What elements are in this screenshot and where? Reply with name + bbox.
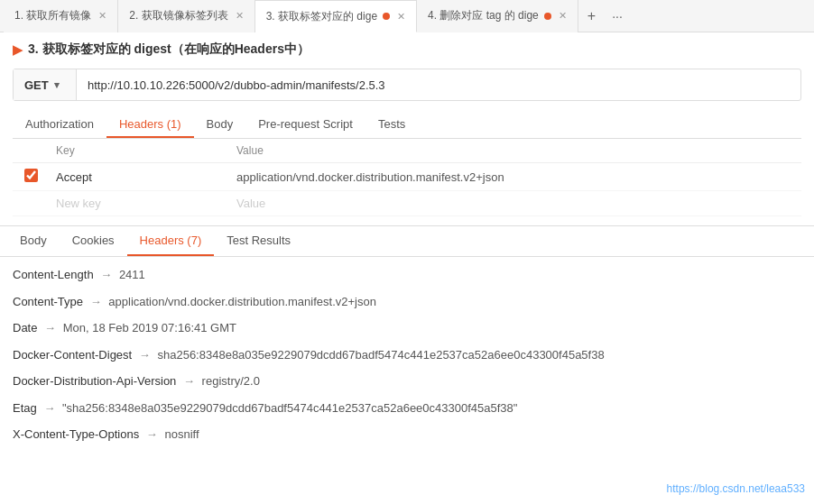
tab-2[interactable]: 2. 获取镜像标签列表 ✕	[118, 0, 254, 32]
new-value-cell[interactable]: Value	[229, 191, 801, 216]
tab-1-label: 1. 获取所有镜像	[14, 8, 91, 23]
tab-3[interactable]: 3. 获取标签对应的 dige ✕	[255, 0, 417, 32]
method-label: GET	[24, 78, 49, 92]
resp-header-date: Date → Mon, 18 Feb 2019 07:16:41 GMT	[13, 319, 801, 337]
more-tabs-button[interactable]: ···	[605, 9, 630, 23]
top-tab-bar: 1. 获取所有镜像 ✕ 2. 获取镜像标签列表 ✕ 3. 获取标签对应的 dig…	[0, 0, 814, 32]
section-arrow: ▶	[13, 42, 23, 57]
new-header-row: New key Value	[13, 191, 801, 216]
resp-tab-body[interactable]: Body	[7, 226, 60, 256]
resp-header-docker-content-digest: Docker-Content-Digest → sha256:8348e8a03…	[13, 346, 801, 364]
row-checkbox[interactable]	[24, 169, 38, 182]
col-value-header: Value	[229, 139, 801, 163]
tab-body[interactable]: Body	[194, 112, 246, 138]
tab-authorization[interactable]: Authorization	[13, 112, 106, 138]
request-tabs: Authorization Headers (1) Body Pre-reque…	[13, 112, 801, 139]
resp-header-content-length: Content-Length → 2411	[13, 266, 801, 284]
url-input[interactable]	[77, 78, 800, 92]
tab-2-close[interactable]: ✕	[236, 10, 244, 22]
tab-4-dot	[544, 13, 551, 20]
tab-4-close[interactable]: ✕	[559, 10, 567, 22]
tab-3-close[interactable]: ✕	[397, 11, 405, 23]
new-row-checkbox-cell	[13, 191, 49, 216]
add-tab-button[interactable]: +	[578, 8, 605, 24]
response-section: Body Cookies Headers (7) Test Results Co…	[0, 225, 814, 462]
row-key-cell: Accept	[49, 163, 229, 191]
tab-1-close[interactable]: ✕	[98, 10, 106, 22]
resp-header-etag: Etag → "sha256:8348e8a035e9229079dcdd67b…	[13, 399, 801, 417]
tab-tests[interactable]: Tests	[365, 112, 418, 138]
row-value-cell: application/vnd.docker.distribution.mani…	[229, 163, 801, 191]
tab-2-label: 2. 获取镜像标签列表	[129, 8, 227, 23]
new-key-cell[interactable]: New key	[49, 191, 229, 216]
table-row: Accept application/vnd.docker.distributi…	[13, 163, 801, 191]
headers-table: Key Value Accept application/vnd.docker.…	[13, 139, 801, 216]
resp-header-content-type: Content-Type → application/vnd.docker.di…	[13, 293, 801, 311]
tab-3-dot	[383, 13, 390, 20]
tab-4[interactable]: 4. 删除对应 tag 的 dige ✕	[417, 0, 578, 32]
method-selector[interactable]: GET ▾	[14, 69, 77, 100]
col-checkbox-header	[13, 139, 49, 163]
section-title-text: 3. 获取标签对应的 digest（在响应的Headers中）	[28, 41, 310, 58]
resp-header-x-content-type-options: X-Content-Type-Options → nosniff	[13, 426, 801, 444]
tab-1[interactable]: 1. 获取所有镜像 ✕	[4, 0, 118, 32]
tab-4-label: 4. 删除对应 tag 的 dige	[428, 8, 539, 23]
tab-3-label: 3. 获取标签对应的 dige	[266, 9, 377, 24]
section-title: ▶ 3. 获取标签对应的 digest（在响应的Headers中）	[13, 41, 801, 58]
response-headers-content: Content-Length → 2411 Content-Type → app…	[0, 257, 814, 462]
tab-pre-request-script[interactable]: Pre-request Script	[245, 112, 365, 138]
method-chevron-icon: ▾	[54, 79, 60, 91]
response-tabs: Body Cookies Headers (7) Test Results	[0, 226, 814, 257]
col-key-header: Key	[49, 139, 229, 163]
main-content: ▶ 3. 获取标签对应的 digest（在响应的Headers中） GET ▾ …	[0, 32, 814, 225]
watermark: https://blog.csdn.net/leaa533	[667, 482, 805, 495]
resp-tab-cookies[interactable]: Cookies	[60, 226, 127, 256]
tab-headers[interactable]: Headers (1)	[106, 112, 194, 138]
resp-header-docker-distribution-api-version: Docker-Distribution-Api-Version → regist…	[13, 372, 801, 390]
row-checkbox-cell	[13, 163, 49, 191]
resp-tab-headers[interactable]: Headers (7)	[127, 226, 215, 256]
url-bar: GET ▾	[13, 69, 801, 101]
resp-tab-test-results[interactable]: Test Results	[214, 226, 303, 256]
